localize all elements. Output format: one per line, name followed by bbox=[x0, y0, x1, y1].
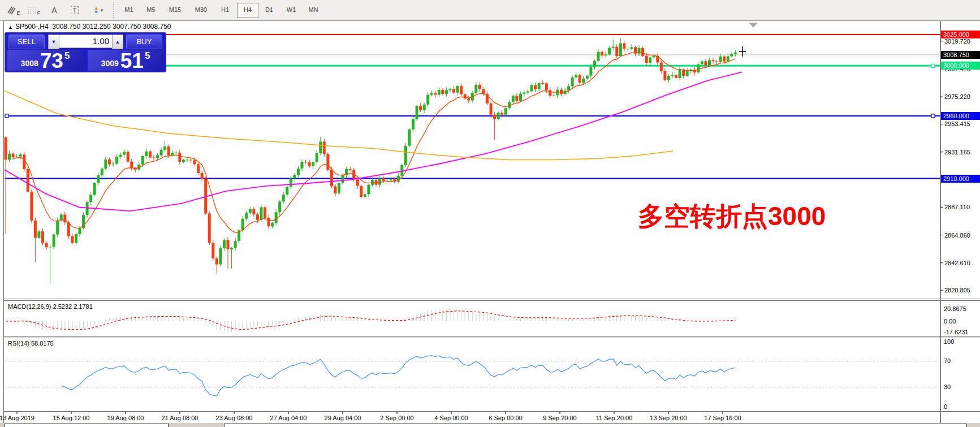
symbol-period-label: SP500-,H4 bbox=[15, 23, 49, 31]
volume-decrease-button[interactable]: ▼ bbox=[48, 34, 59, 49]
bid-price-tile[interactable]: 3008 73 5 bbox=[7, 50, 83, 71]
price-axis-badge: 3025.000 bbox=[941, 31, 980, 38]
price-axis-label: 2931.165 bbox=[944, 149, 970, 156]
price-axis-badge: 3000.000 bbox=[941, 62, 980, 70]
top-toolbar: E F A T ▾ M1M5M15M30H1H4D1W1MN bbox=[0, 0, 980, 21]
price-axis-label: 2975.220 bbox=[944, 93, 970, 100]
time-axis-label: 11 Sep 20:00 bbox=[596, 415, 633, 421]
time-axis-label: 23 Aug 08:00 bbox=[216, 415, 253, 421]
rsi-panel-layer bbox=[5, 356, 940, 396]
rsi-panel-border-1 bbox=[3, 336, 980, 337]
macd-panel-border-1 bbox=[3, 299, 980, 299]
time-axis-label: 17 Sep 16:00 bbox=[704, 415, 741, 421]
volume-input[interactable]: 1.00 bbox=[59, 34, 113, 48]
one-click-trade-panel: SELL ▼ 1.00 ▲ BUY 3008 73 5 3009 51 5 bbox=[5, 32, 166, 72]
grid-draw-tool-button[interactable]: F bbox=[25, 2, 43, 18]
bid-price-small: 3008 bbox=[21, 59, 38, 68]
tf-button-M15[interactable]: M15 bbox=[163, 3, 187, 17]
time-axis-label: 6 Sep 00:00 bbox=[489, 415, 522, 421]
macd-axis-label: 20.8675 bbox=[944, 305, 966, 312]
price-axis-badge: 2910.000 bbox=[941, 175, 980, 183]
bid-price-big: 73 bbox=[40, 51, 63, 70]
tf-button-H4[interactable]: H4 bbox=[237, 3, 258, 18]
rsi-axis-label: 0 bbox=[944, 403, 947, 410]
price-axis-label: 2842.610 bbox=[944, 260, 970, 266]
collapse-triangle-icon[interactable]: ▲ bbox=[8, 24, 13, 30]
up-down-arrows-icon bbox=[92, 6, 101, 15]
sell-button[interactable]: SELL bbox=[8, 34, 45, 49]
hatch-icon bbox=[7, 6, 16, 15]
macd-panel-border-2[interactable] bbox=[3, 300, 980, 301]
tf-button-M1[interactable]: M1 bbox=[119, 3, 139, 17]
moving-average-lines bbox=[5, 52, 742, 232]
tf-button-M5[interactable]: M5 bbox=[141, 3, 161, 17]
ask-price-sup: 5 bbox=[145, 50, 150, 62]
boxed-t-icon: T bbox=[71, 6, 79, 14]
bid-price-sup: 5 bbox=[64, 50, 70, 62]
time-axis-label: 19 Aug 08:00 bbox=[107, 415, 144, 421]
tf-button-MN[interactable]: MN bbox=[303, 3, 323, 17]
tool-sub-label: F bbox=[37, 10, 41, 18]
tool-sub-label: E bbox=[16, 10, 20, 18]
ask-price-small: 3009 bbox=[101, 59, 119, 68]
ask-price-big: 51 bbox=[120, 51, 144, 70]
time-axis-border bbox=[3, 411, 980, 412]
tf-button-M30[interactable]: M30 bbox=[189, 3, 213, 17]
tf-button-D1[interactable]: D1 bbox=[259, 3, 279, 17]
price-axis-label: 3019.720 bbox=[944, 38, 970, 45]
bottom-panel-box bbox=[5, 424, 169, 427]
time-axis-label: 2 Sep 00:00 bbox=[380, 415, 413, 421]
volume-increase-button[interactable]: ▲ bbox=[112, 34, 123, 49]
price-axis-label: 2864.860 bbox=[944, 232, 970, 239]
time-axis-label: 13 Aug 2019 bbox=[0, 415, 34, 421]
text-label-tool-button[interactable]: A bbox=[45, 2, 63, 18]
tf-button-W1[interactable]: W1 bbox=[281, 3, 301, 17]
time-axis-label: 4 Sep 00:00 bbox=[434, 415, 468, 421]
time-axis-label: 15 Aug 12:00 bbox=[53, 415, 90, 421]
text-a-icon: A bbox=[51, 6, 57, 15]
bottom-panel-box bbox=[224, 424, 967, 427]
rsi-axis-label: 100 bbox=[944, 338, 954, 345]
hatch-draw-tool-button[interactable]: E bbox=[5, 2, 23, 18]
chart-symbol-header: ▲SP500-,H4 3008.750 3012.250 3007.750 30… bbox=[8, 23, 171, 31]
rsi-axis-label: 30 bbox=[944, 383, 951, 390]
chart-annotation-text[interactable]: 多空转折点3000 bbox=[638, 199, 826, 234]
ask-price-tile[interactable]: 3009 51 5 bbox=[88, 50, 163, 71]
price-axis-label: 2887.110 bbox=[944, 204, 970, 210]
price-axis-label: 2820.805 bbox=[944, 287, 970, 294]
ohlc-values: 3008.750 3012.250 3007.750 3008.750 bbox=[52, 23, 171, 31]
price-axis-badge: 2960.000 bbox=[941, 112, 980, 120]
tf-button-H1[interactable]: H1 bbox=[215, 3, 235, 17]
grid-icon bbox=[28, 6, 37, 14]
time-axis-label: 29 Aug 04:00 bbox=[325, 415, 361, 421]
macd-axis-label: 0.00 bbox=[944, 318, 956, 325]
cycle-arrows-tool-button[interactable]: ▾ bbox=[86, 2, 109, 18]
trading-terminal-window: E F A T ▾ M1M5M15M30H1H4D1W1MN ▲SP500-,H… bbox=[0, 0, 980, 427]
text-box-tool-button[interactable]: T bbox=[66, 2, 84, 18]
chart-shift-marker bbox=[749, 23, 758, 28]
time-axis-label: 27 Aug 04:00 bbox=[270, 415, 307, 421]
time-axis-label: 9 Sep 20:00 bbox=[543, 415, 576, 421]
price-axis-label: 2953.415 bbox=[944, 120, 970, 127]
price-axis-badge: 3008.750 bbox=[941, 51, 980, 59]
macd-panel-layer bbox=[6, 310, 735, 332]
chevron-down-icon: ▾ bbox=[101, 7, 103, 13]
time-axis-label: 13 Sep 20:00 bbox=[650, 415, 687, 421]
macd-indicator-label: MACD(12,26,9) 2.5232 2.1781 bbox=[8, 303, 93, 310]
macd-axis-label: -17.6231 bbox=[944, 329, 968, 335]
time-axis-label: 21 Aug 08:00 bbox=[162, 415, 198, 421]
rsi-indicator-label: RSI(14) 58.8175 bbox=[8, 340, 54, 347]
buy-button[interactable]: BUY bbox=[126, 34, 162, 49]
rsi-panel-border-2[interactable] bbox=[3, 338, 980, 338]
rsi-axis-label: 70 bbox=[944, 357, 951, 364]
candlestick-layer bbox=[5, 38, 737, 284]
toolbar-separator bbox=[113, 2, 117, 18]
